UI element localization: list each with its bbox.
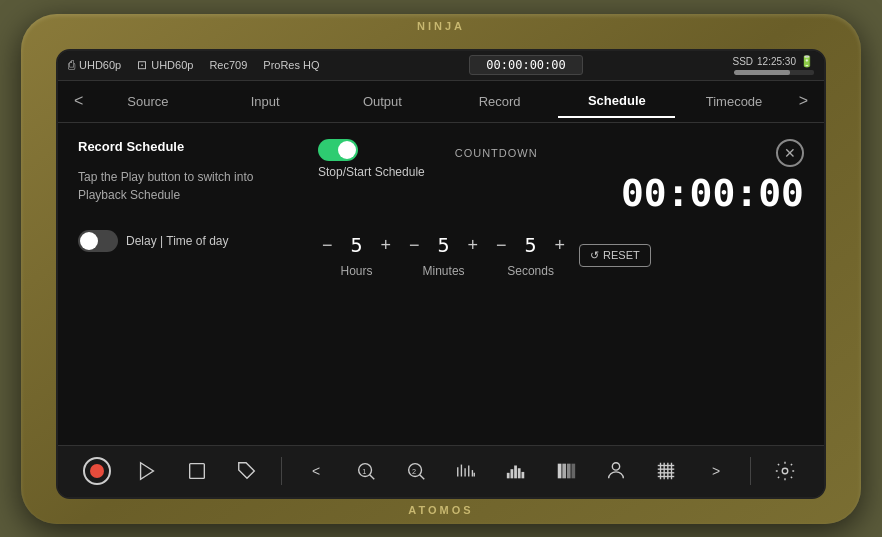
zoom1-icon: 1 <box>355 460 377 482</box>
countdown-label: COUNTDOWN <box>455 147 538 159</box>
toolbar-forward-button[interactable]: > <box>700 455 732 487</box>
stop-start-block: Stop/Start Schedule <box>318 139 425 179</box>
left-panel: Record Schedule Tap the Play button to s… <box>78 139 298 429</box>
output-label: UHD60p <box>151 59 193 71</box>
delay-toggle-label: Delay | Time of day <box>126 234 229 248</box>
minutes-control-row: − 5 + <box>405 233 482 258</box>
nav-forward-arrow[interactable]: > <box>793 92 814 110</box>
toolbar-forward-icon: > <box>712 463 720 479</box>
person-icon <box>605 460 627 482</box>
rec-format: Rec709 <box>209 59 247 71</box>
hours-minus-button[interactable]: − <box>318 233 337 258</box>
zoom2-icon: 2 <box>405 460 427 482</box>
svg-rect-18 <box>522 472 525 478</box>
hours-plus-button[interactable]: + <box>377 233 396 258</box>
countdown-time-display: 00:00:00 <box>621 171 804 215</box>
status-bar: ⎙ UHD60p ⊡ UHD60p Rec709 ProRes HQ 00:00… <box>58 51 824 81</box>
zoom2-button[interactable]: 2 <box>400 455 432 487</box>
storage-status: SSD 12:25:30 🔋 <box>733 55 815 75</box>
screen: ⎙ UHD60p ⊡ UHD60p Rec709 ProRes HQ 00:00… <box>56 49 826 499</box>
seconds-control: − 5 + Seconds <box>492 233 569 278</box>
tag-icon <box>236 460 258 482</box>
svg-rect-16 <box>514 466 517 479</box>
zoom1-button[interactable]: 1 <box>350 455 382 487</box>
delay-toggle-knob <box>80 232 98 250</box>
timecode-value: 00:00:00:00 <box>486 58 565 72</box>
histogram-icon <box>505 460 527 482</box>
stop-start-label: Stop/Start Schedule <box>318 165 425 179</box>
svg-rect-17 <box>518 468 521 478</box>
tab-output[interactable]: Output <box>324 86 441 117</box>
svg-text:1: 1 <box>362 467 366 476</box>
minutes-minus-button[interactable]: − <box>405 233 424 258</box>
delay-toggle[interactable] <box>78 230 118 252</box>
divider-1 <box>281 457 282 485</box>
histogram-button[interactable] <box>500 455 532 487</box>
color-icon <box>555 460 577 482</box>
seconds-minus-button[interactable]: − <box>492 233 511 258</box>
tab-schedule[interactable]: Schedule <box>558 85 675 118</box>
timecode-center: 00:00:00:00 <box>336 55 717 75</box>
settings-button[interactable] <box>769 455 801 487</box>
output-icon: ⊡ <box>137 58 147 72</box>
svg-line-3 <box>370 475 375 480</box>
section-title: Record Schedule <box>78 139 298 154</box>
toolbar-back-icon: < <box>312 463 320 479</box>
input-status: ⎙ UHD60p <box>68 58 121 72</box>
reset-button[interactable]: ↺ RESET <box>579 244 651 267</box>
minutes-value: 5 <box>434 233 454 257</box>
hours-label: Hours <box>341 264 373 278</box>
device-frame: NINJA ⎙ UHD60p ⊡ UHD60p Rec709 ProRes HQ… <box>21 14 861 524</box>
tab-record[interactable]: Record <box>441 86 558 117</box>
svg-rect-14 <box>507 473 510 479</box>
nav-back-arrow[interactable]: < <box>68 92 89 110</box>
tab-input[interactable]: Input <box>207 86 324 117</box>
stop-start-toggle[interactable] <box>318 139 358 161</box>
battery-icon: 🔋 <box>800 55 814 68</box>
tag-button[interactable] <box>231 455 263 487</box>
svg-rect-1 <box>190 464 205 479</box>
minutes-plus-button[interactable]: + <box>464 233 483 258</box>
play-icon <box>136 460 158 482</box>
output-status: ⊡ UHD60p <box>137 58 193 72</box>
rec-format-label: Rec709 <box>209 59 247 71</box>
stop-icon <box>186 460 208 482</box>
svg-line-6 <box>420 475 425 480</box>
close-button[interactable]: ✕ <box>776 139 804 167</box>
settings-icon <box>774 460 796 482</box>
tab-source[interactable]: Source <box>89 86 206 117</box>
seconds-plus-button[interactable]: + <box>551 233 570 258</box>
stop-start-toggle-knob <box>338 141 356 159</box>
input-icon: ⎙ <box>68 58 75 72</box>
color-button[interactable] <box>550 455 582 487</box>
ninja-label: NINJA <box>417 20 465 32</box>
divider-2 <box>750 457 751 485</box>
delay-toggle-row: Delay | Time of day <box>78 230 298 252</box>
content-area: Record Schedule Tap the Play button to s… <box>58 123 824 445</box>
section-desc: Tap the Play button to switch into Playb… <box>78 168 298 204</box>
record-button[interactable] <box>81 455 113 487</box>
storage-label: SSD <box>733 56 754 67</box>
seconds-value: 5 <box>521 233 541 257</box>
storage-bar-fill <box>734 70 814 75</box>
reset-icon: ↺ <box>590 249 599 262</box>
waveform-button[interactable] <box>450 455 482 487</box>
grid-icon <box>655 460 677 482</box>
input-label: UHD60p <box>79 59 121 71</box>
timecode-display: 00:00:00:00 <box>469 55 582 75</box>
stop-button[interactable] <box>181 455 213 487</box>
toolbar-back-button[interactable]: < <box>300 455 332 487</box>
hours-control: − 5 + Hours <box>318 233 395 278</box>
record-dot <box>90 464 104 478</box>
person-button[interactable] <box>600 455 632 487</box>
play-button[interactable] <box>131 455 163 487</box>
atomos-label: ATOMOS <box>408 504 473 516</box>
right-col: Stop/Start Schedule COUNTDOWN ✕ 00:00:00 <box>318 139 804 429</box>
record-circle <box>83 457 111 485</box>
minutes-control: − 5 + Minutes <box>405 233 482 278</box>
grid-button[interactable] <box>650 455 682 487</box>
close-icon: ✕ <box>784 145 796 161</box>
bottom-toolbar: < 1 2 <box>58 445 824 497</box>
tab-timecode[interactable]: Timecode <box>675 86 792 117</box>
svg-point-32 <box>782 468 788 474</box>
